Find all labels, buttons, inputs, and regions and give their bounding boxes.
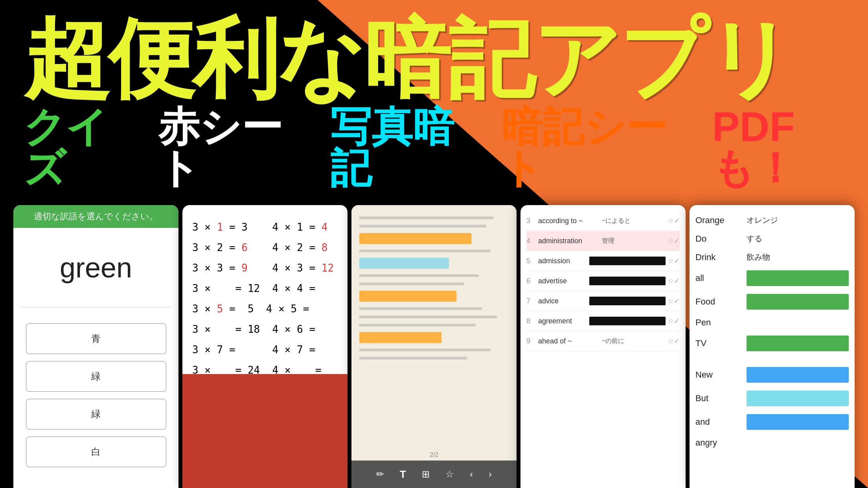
subtitle-pdf: PDFも！	[712, 106, 868, 189]
anki-rows: 3 according to ~ ~によると ☆✓ 4 administrati…	[526, 211, 680, 351]
vocab-row-angry: angry	[695, 434, 849, 452]
photo-line	[359, 274, 479, 277]
anki-hidden-7	[589, 297, 666, 305]
photo-toolbar: ✏ T ⊞ ☆ ‹ ›	[351, 460, 517, 488]
anki-hidden-8	[589, 317, 666, 325]
vocab-row-do: Do する	[695, 229, 849, 248]
anki-row-4: 4 administration 管理 ☆✓	[526, 231, 680, 251]
toolbar-next-icon[interactable]: ›	[489, 469, 492, 480]
toolbar-grid-icon[interactable]: ⊞	[422, 469, 430, 480]
vocab-row-orange: Orange オレンジ	[695, 211, 849, 229]
header-section: 超便利な暗記アプリ クイズ 赤シート 写真暗記 暗記シート PDFも！	[24, 16, 868, 189]
vocab-bar-tv	[747, 336, 849, 351]
vocab-bar-new	[747, 367, 849, 383]
red-cover	[182, 374, 348, 488]
vocab-row-pen: Pen	[695, 314, 849, 332]
main-title: 超便利な暗記アプリ	[24, 16, 868, 102]
math-line-6: 3 × = 18 4 × 6 =	[192, 319, 338, 339]
photo-highlight-orange-3	[359, 332, 441, 343]
screen-anki: 3 according to ~ ~によると ☆✓ 4 administrati…	[520, 205, 686, 488]
photo-line	[359, 216, 494, 219]
subtitle-anki-sheet: 暗記シート	[501, 106, 697, 189]
photo-line	[359, 307, 482, 310]
photo-line	[359, 357, 467, 360]
toolbar-pencil-icon[interactable]: ✏	[376, 469, 384, 480]
quiz-option-4[interactable]: 白	[26, 437, 166, 467]
math-line-2: 3 × 2 = 6 4 × 2 = 8	[192, 237, 338, 258]
photo-paper: 2/2	[351, 205, 517, 460]
anki-row-5: 5 admission ☆✓	[526, 251, 680, 271]
vocab-bar-and	[747, 414, 849, 430]
photo-line	[359, 250, 491, 252]
photo-line	[359, 225, 486, 227]
quiz-option-1[interactable]: 青	[26, 323, 166, 354]
photo-highlight-orange-2	[359, 291, 456, 302]
anki-hidden-5	[589, 257, 666, 265]
quiz-option-2[interactable]: 緑	[26, 361, 166, 392]
screen-quiz: 適切な訳語を選んでください。 green 青 緑 緑 白	[13, 205, 178, 488]
vocab-row-food: Food	[695, 290, 849, 314]
subtitle-bar: クイズ 赤シート 写真暗記 暗記シート PDFも！	[24, 106, 868, 189]
screen-vocab: Orange オレンジ Do する Drink 飲み物 all Food Pen…	[690, 205, 855, 488]
vocab-row-and: and	[695, 410, 849, 434]
quiz-option-3[interactable]: 緑	[26, 399, 166, 429]
screen-photo: 2/2 ✏ T ⊞ ☆ ‹ ›	[351, 205, 517, 488]
photo-line	[359, 324, 476, 327]
vocab-row-drink: Drink 飲み物	[695, 248, 849, 266]
anki-row-8: 8 agreement ☆✓	[526, 311, 680, 331]
screens-container: 適切な訳語を選んでください。 green 青 緑 緑 白 3 × 1 = 3 4…	[0, 193, 868, 488]
vocab-bar-but	[747, 391, 849, 406]
subtitle-quiz: クイズ	[24, 106, 142, 189]
photo-highlight-blue	[359, 258, 449, 269]
anki-row-7: 7 advice ☆✓	[526, 291, 680, 311]
math-line-1: 3 × 1 = 3 4 × 1 = 4	[192, 217, 338, 237]
quiz-divider	[22, 307, 170, 308]
photo-line	[359, 283, 464, 285]
photo-line	[359, 316, 497, 318]
vocab-divider	[695, 355, 849, 363]
vocab-bar-all	[747, 270, 849, 286]
math-line-7: 3 × 7 = 4 × 7 =	[192, 339, 338, 360]
vocab-row-tv: TV	[695, 332, 849, 355]
math-line-5: 3 × 5 = 5 4 × 5 =	[192, 299, 338, 319]
subtitle-red-sheet: 赤シート	[158, 106, 314, 189]
screen-red-sheet: 3 × 1 = 3 4 × 1 = 4 3 × 2 = 6 4 × 2 = 8 …	[182, 205, 348, 488]
quiz-options: 青 緑 緑 白	[26, 323, 166, 467]
page-number: 2/2	[430, 451, 438, 459]
quiz-instruction: 適切な訳語を選んでください。	[34, 211, 158, 221]
vocab-row-all: all	[695, 266, 849, 290]
anki-row-6: 6 advertise ☆✓	[526, 271, 680, 291]
anki-row-9: 9 ahead of ~ ~の前に ☆✓	[526, 331, 680, 351]
vocab-bar-food	[747, 294, 849, 310]
math-line-3: 3 × 3 = 9 4 × 3 = 12	[192, 258, 338, 278]
quiz-word: green	[52, 228, 140, 307]
anki-row-3: 3 according to ~ ~によると ☆✓	[526, 211, 680, 231]
vocab-row-but: But	[695, 387, 849, 410]
subtitle-photo: 写真暗記	[330, 106, 485, 189]
toolbar-star-icon[interactable]: ☆	[445, 469, 454, 480]
toolbar-text-icon[interactable]: T	[400, 468, 406, 481]
vocab-row-new: New	[695, 363, 849, 387]
photo-lines	[351, 205, 517, 371]
anki-hidden-6	[589, 277, 666, 285]
photo-line	[359, 349, 491, 351]
photo-highlight-orange	[359, 233, 471, 244]
toolbar-prev-icon[interactable]: ‹	[470, 469, 473, 480]
math-line-4: 3 × = 12 4 × 4 =	[192, 278, 338, 299]
quiz-header: 適切な訳語を選んでください。	[13, 205, 178, 228]
